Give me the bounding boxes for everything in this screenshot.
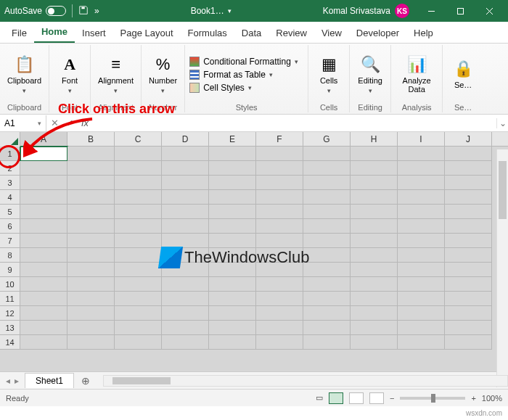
select-all-triangle[interactable]: [0, 132, 20, 147]
cell[interactable]: [303, 248, 351, 263]
cell[interactable]: [303, 176, 351, 190]
sheet-prev-icon[interactable]: ◂: [6, 376, 10, 386]
cell[interactable]: [445, 335, 492, 350]
cell[interactable]: [303, 147, 351, 161]
cell[interactable]: [256, 176, 303, 190]
maximize-button[interactable]: [446, 0, 475, 22]
cell[interactable]: [162, 176, 209, 190]
cell[interactable]: [398, 306, 445, 321]
conditional-formatting-button[interactable]: Conditional Formatting: [189, 56, 298, 67]
cell[interactable]: [445, 190, 492, 205]
row-header[interactable]: 1: [0, 147, 20, 161]
expand-formula-bar-icon[interactable]: ⌄: [496, 118, 508, 128]
cell[interactable]: [303, 190, 351, 205]
cell[interactable]: [67, 248, 115, 263]
row-header[interactable]: 6: [0, 219, 20, 234]
cell[interactable]: [398, 277, 445, 292]
sheet-tab[interactable]: Sheet1: [25, 373, 74, 388]
column-header[interactable]: C: [115, 132, 162, 146]
cell[interactable]: [67, 277, 115, 292]
name-box[interactable]: A1 ▾: [0, 115, 46, 131]
cell[interactable]: [115, 147, 162, 161]
cell[interactable]: [256, 263, 303, 277]
cell[interactable]: [162, 306, 209, 321]
cell[interactable]: [67, 219, 115, 234]
cell[interactable]: [115, 277, 162, 292]
tab-formulas[interactable]: Formulas: [181, 23, 234, 43]
cell[interactable]: [209, 161, 256, 176]
cell[interactable]: [256, 147, 303, 161]
cell[interactable]: [20, 248, 67, 263]
cell[interactable]: [445, 234, 492, 248]
cell[interactable]: [20, 205, 67, 219]
cell[interactable]: [303, 205, 351, 219]
cell[interactable]: [20, 306, 67, 321]
cell[interactable]: [162, 205, 209, 219]
column-header[interactable]: J: [445, 132, 492, 146]
cell[interactable]: [256, 248, 303, 263]
sheet-next-icon[interactable]: ▸: [15, 376, 19, 386]
cell[interactable]: [209, 190, 256, 205]
cancel-formula-icon[interactable]: ✕: [51, 118, 59, 128]
tab-review[interactable]: Review: [269, 23, 314, 43]
cell[interactable]: [67, 234, 115, 248]
cell[interactable]: [67, 321, 115, 335]
row-header[interactable]: 9: [0, 263, 20, 277]
cell[interactable]: [351, 205, 398, 219]
cell[interactable]: [398, 234, 445, 248]
cell[interactable]: [445, 219, 492, 234]
cell[interactable]: [398, 205, 445, 219]
cell[interactable]: [162, 335, 209, 350]
cell[interactable]: [115, 263, 162, 277]
cell[interactable]: [162, 248, 209, 263]
cell[interactable]: [351, 263, 398, 277]
tab-home[interactable]: Home: [34, 22, 75, 43]
cell[interactable]: [162, 234, 209, 248]
cell[interactable]: [351, 277, 398, 292]
cell[interactable]: [303, 306, 351, 321]
cell[interactable]: [398, 176, 445, 190]
cell[interactable]: [67, 335, 115, 350]
tab-developer[interactable]: Developer: [349, 23, 406, 43]
cell[interactable]: [303, 263, 351, 277]
cell[interactable]: [67, 176, 115, 190]
normal-view-button[interactable]: [329, 392, 343, 404]
cell[interactable]: [20, 335, 67, 350]
cell[interactable]: [209, 205, 256, 219]
cell[interactable]: [209, 176, 256, 190]
cell[interactable]: [20, 176, 67, 190]
cell[interactable]: [115, 248, 162, 263]
column-header[interactable]: F: [256, 132, 303, 146]
cell[interactable]: [209, 335, 256, 350]
cell[interactable]: [115, 306, 162, 321]
save-icon[interactable]: [78, 5, 89, 17]
cell[interactable]: [445, 161, 492, 176]
minimize-button[interactable]: [417, 0, 446, 22]
cell[interactable]: [20, 161, 67, 176]
column-header[interactable]: A: [20, 132, 67, 146]
column-header[interactable]: H: [351, 132, 398, 146]
tab-insert[interactable]: Insert: [75, 23, 113, 43]
autosave-toggle[interactable]: [46, 6, 66, 16]
analyze-data-button[interactable]: 📊Analyze Data: [396, 54, 438, 95]
cell[interactable]: [209, 277, 256, 292]
cell[interactable]: [256, 321, 303, 335]
column-header[interactable]: I: [398, 132, 445, 146]
cell[interactable]: [351, 147, 398, 161]
row-header[interactable]: 5: [0, 205, 20, 219]
zoom-level[interactable]: 100%: [482, 394, 502, 403]
cell[interactable]: [303, 161, 351, 176]
cell[interactable]: [351, 335, 398, 350]
cell[interactable]: [398, 248, 445, 263]
formula-bar[interactable]: [93, 122, 496, 125]
tab-data[interactable]: Data: [234, 23, 269, 43]
column-header[interactable]: G: [303, 132, 351, 146]
cell[interactable]: [209, 147, 256, 161]
cell[interactable]: [351, 161, 398, 176]
cell[interactable]: [398, 147, 445, 161]
number-button[interactable]: %Number: [146, 54, 180, 96]
display-settings-icon[interactable]: ▭: [316, 393, 323, 403]
cell[interactable]: [445, 147, 492, 161]
cell[interactable]: [445, 321, 492, 335]
tab-page-layout[interactable]: Page Layout: [113, 23, 181, 43]
